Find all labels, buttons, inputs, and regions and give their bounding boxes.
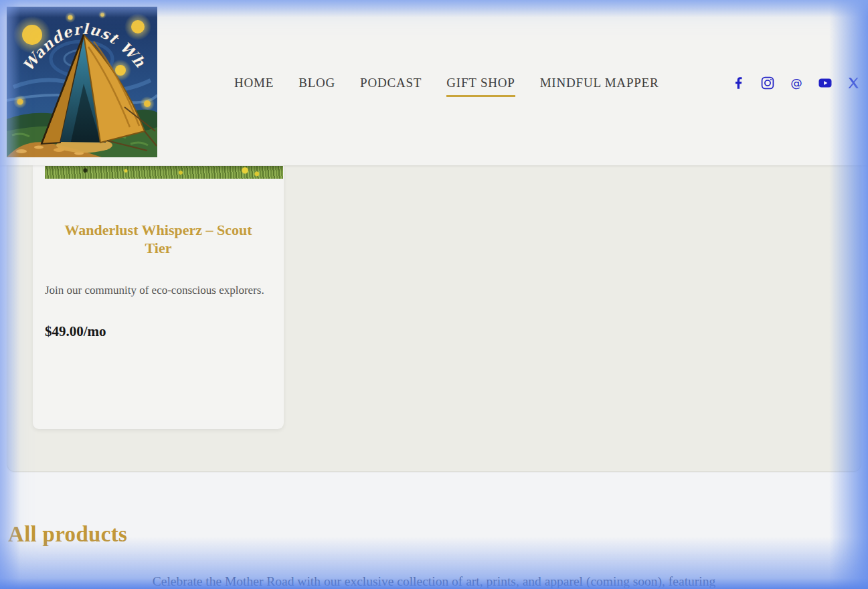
product-price: $49.00/mo [33, 323, 284, 340]
threads-icon[interactable]: @ [790, 76, 803, 90]
product-title[interactable]: Wanderlust Whisperz – Scout Tier [33, 221, 284, 257]
nav-item-podcast[interactable]: PODCAST [360, 76, 422, 97]
product-description: Join our community of eco-conscious expl… [33, 281, 284, 299]
product-image-grass-flowers[interactable] [45, 166, 283, 179]
youtube-icon[interactable] [818, 76, 832, 90]
nav-item-blog[interactable]: BLOG [298, 76, 335, 97]
social-links: @ [732, 76, 861, 90]
logo-starry-tent-art: Wanderlust Whisperz [7, 7, 157, 157]
site-header: Wanderlust Whisperz HOME BLOG PODCAST GI… [0, 0, 868, 165]
nav-item-home[interactable]: HOME [234, 76, 274, 97]
nav-item-gift-shop[interactable]: GIFT SHOP [446, 76, 515, 97]
instagram-icon[interactable] [761, 76, 774, 90]
product-card-scout-tier[interactable]: Wanderlust Whisperz – Scout Tier Join ou… [33, 165, 284, 429]
x-icon[interactable] [847, 76, 861, 90]
nav-item-mindful-mapper[interactable]: MINDFUL MAPPER [540, 76, 659, 97]
facebook-icon[interactable] [732, 76, 746, 90]
svg-text:@: @ [790, 76, 802, 90]
main-nav: HOME BLOG PODCAST GIFT SHOP MINDFUL MAPP… [234, 76, 659, 97]
all-products-heading: All products [8, 522, 127, 547]
products-intro-text: Celebrate the Mother Road with our exclu… [0, 574, 868, 589]
site-logo[interactable]: Wanderlust Whisperz [7, 7, 157, 157]
